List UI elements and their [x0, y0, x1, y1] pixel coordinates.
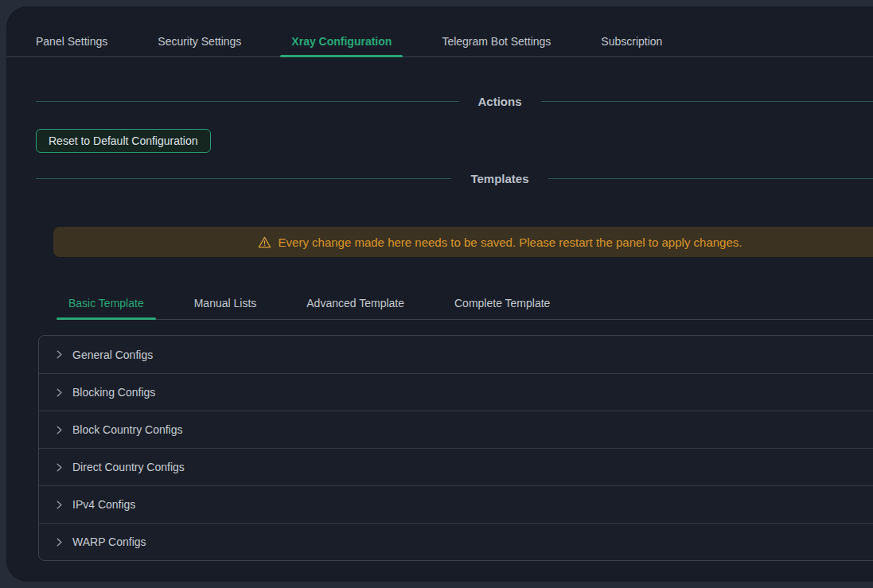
tab-manual-lists[interactable]: Manual Lists [182, 287, 269, 319]
tab-subscription[interactable]: Subscription [590, 25, 673, 56]
collapse-header-label: Block Country Configs [72, 423, 183, 436]
actions-section-title: Actions [459, 95, 541, 108]
tab-label: Telegram Bot Settings [442, 35, 551, 48]
actions-divider: Actions [36, 92, 873, 110]
chevron-right-icon [55, 426, 64, 434]
collapse-header-label: General Configs [72, 349, 153, 361]
tab-label: Subscription [601, 35, 662, 48]
collapse-header-direct-country-configs[interactable]: Direct Country Configs [39, 448, 873, 485]
collapse-header-block-country-configs[interactable]: Block Country Configs [39, 411, 873, 448]
divider-line [36, 101, 459, 102]
warning-triangle-icon [258, 236, 271, 249]
chevron-right-icon [55, 388, 64, 397]
templates-divider: Templates [36, 169, 873, 187]
tab-label: Panel Settings [36, 35, 107, 48]
tab-security-settings[interactable]: Security Settings [146, 25, 252, 56]
tab-telegram-bot-settings[interactable]: Telegram Bot Settings [431, 25, 562, 56]
tab-label: Security Settings [158, 35, 241, 48]
chevron-right-icon [55, 538, 64, 547]
chevron-right-icon [55, 500, 64, 509]
tab-basic-template[interactable]: Basic Template [57, 287, 156, 319]
collapse-header-label: WARP Configs [72, 535, 146, 548]
main-tab-bar: Panel Settings Security Settings Xray Co… [6, 25, 873, 57]
collapse-header-label: IPv4 Configs [72, 498, 135, 511]
chevron-right-icon [55, 350, 64, 359]
settings-card: Panel Settings Security Settings Xray Co… [6, 6, 873, 582]
divider-line [541, 101, 873, 102]
collapse-header-general-configs[interactable]: General Configs [39, 336, 873, 373]
reset-default-config-button[interactable]: Reset to Default Configuration [36, 129, 211, 153]
divider-line [36, 178, 451, 179]
warning-alert: Every change made here needs to be saved… [53, 227, 873, 257]
collapse-header-blocking-configs[interactable]: Blocking Configs [39, 373, 873, 411]
template-tab-bar: Basic Template Manual Lists Advanced Tem… [57, 287, 873, 320]
tab-label: Basic Template [68, 297, 144, 310]
tab-label: Complete Template [454, 297, 550, 310]
configs-collapse-list: General Configs Blocking Configs Block C… [38, 335, 873, 561]
tab-label: Manual Lists [194, 297, 257, 310]
templates-section-title: Templates [451, 172, 548, 185]
tab-xray-configuration[interactable]: Xray Configuration [280, 25, 403, 56]
collapse-header-warp-configs[interactable]: WARP Configs [39, 523, 873, 560]
chevron-right-icon [55, 463, 64, 472]
collapse-header-label: Blocking Configs [72, 386, 155, 399]
tab-advanced-template[interactable]: Advanced Template [294, 287, 416, 319]
tab-label: Advanced Template [306, 297, 404, 310]
tab-complete-template[interactable]: Complete Template [442, 287, 562, 319]
divider-line [548, 178, 873, 179]
tab-label: Xray Configuration [291, 35, 392, 48]
tab-panel-settings[interactable]: Panel Settings [25, 25, 119, 56]
warning-alert-text: Every change made here needs to be saved… [279, 236, 742, 249]
tab-content: Actions Reset to Default Configuration T… [36, 92, 873, 561]
collapse-header-label: Direct Country Configs [72, 461, 185, 473]
collapse-header-ipv4-configs[interactable]: IPv4 Configs [39, 485, 873, 523]
page-background: Panel Settings Security Settings Xray Co… [0, 0, 873, 588]
